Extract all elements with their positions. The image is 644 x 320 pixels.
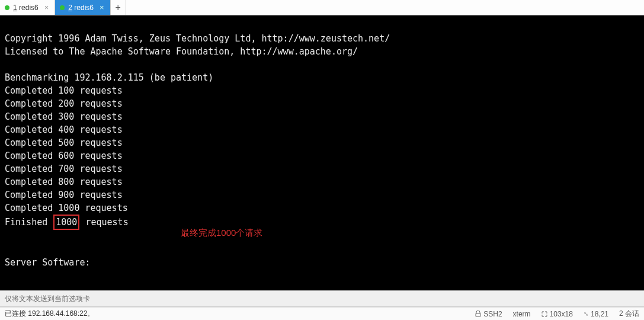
resize-icon: ⤡	[584, 311, 588, 317]
tab-number: 1 redis6	[13, 4, 39, 12]
tab-redis6-1[interactable]: 1 redis6 ×	[0, 0, 55, 15]
terminal-line: Completed 1000 requests	[5, 203, 128, 213]
new-tab-button[interactable]: +	[111, 0, 126, 15]
info-bar-text: 仅将文本发送到当前选项卡	[5, 294, 90, 304]
tab-number: 2 redis6	[68, 4, 94, 12]
terminal-line: Copyright 1996 Adam Twiss, Zeus Technolo…	[5, 33, 390, 44]
highlight-value: 1000	[53, 215, 79, 230]
status-term: xterm	[513, 310, 531, 318]
terminal-line: Server Software:	[5, 257, 91, 268]
terminal-line: Completed 600 requests	[5, 151, 123, 161]
status-ssh: SSH2	[475, 310, 502, 318]
expand-icon	[542, 311, 547, 317]
annotation-text: 最终完成1000个请求	[181, 226, 262, 239]
status-sessions: 2 会话	[619, 309, 639, 319]
close-icon[interactable]: ×	[100, 4, 104, 11]
status-size: 103x18	[542, 310, 573, 318]
tab-bar: 1 redis6 × 2 redis6 × +	[0, 0, 644, 15]
terminal-line: Completed 700 requests	[5, 164, 123, 174]
lock-icon	[475, 311, 481, 317]
status-dot-icon	[5, 5, 9, 10]
terminal-line: Completed 300 requests	[5, 111, 123, 122]
terminal-line: Completed 900 requests	[5, 190, 123, 200]
terminal-line: Completed 100 requests	[5, 85, 123, 96]
tab-redis6-2[interactable]: 2 redis6 ×	[55, 0, 110, 15]
terminal-line: Completed 500 requests	[5, 137, 123, 148]
terminal-line: Completed 200 requests	[5, 98, 123, 109]
terminal-output[interactable]: Copyright 1996 Adam Twiss, Zeus Technolo…	[0, 15, 644, 290]
status-bar: 已连接 192.168.44.168:22。 SSH2 xterm 103x18…	[0, 307, 644, 320]
terminal-line: Benchmarking 192.168.2.115 (be patient)	[5, 72, 213, 83]
terminal-line: Licensed to The Apache Software Foundati…	[5, 46, 358, 57]
info-bar: 仅将文本发送到当前选项卡	[0, 290, 644, 307]
status-dot-icon	[60, 5, 65, 10]
terminal-line-finished: Finished 1000 requests	[5, 217, 129, 228]
status-cursor-pos: ⤡ 18,21	[584, 310, 608, 318]
terminal-line: Completed 800 requests	[5, 177, 123, 187]
close-icon[interactable]: ×	[44, 4, 49, 11]
status-connection: 已连接 192.168.44.168:22。	[5, 309, 94, 319]
terminal-line: Completed 400 requests	[5, 124, 123, 135]
